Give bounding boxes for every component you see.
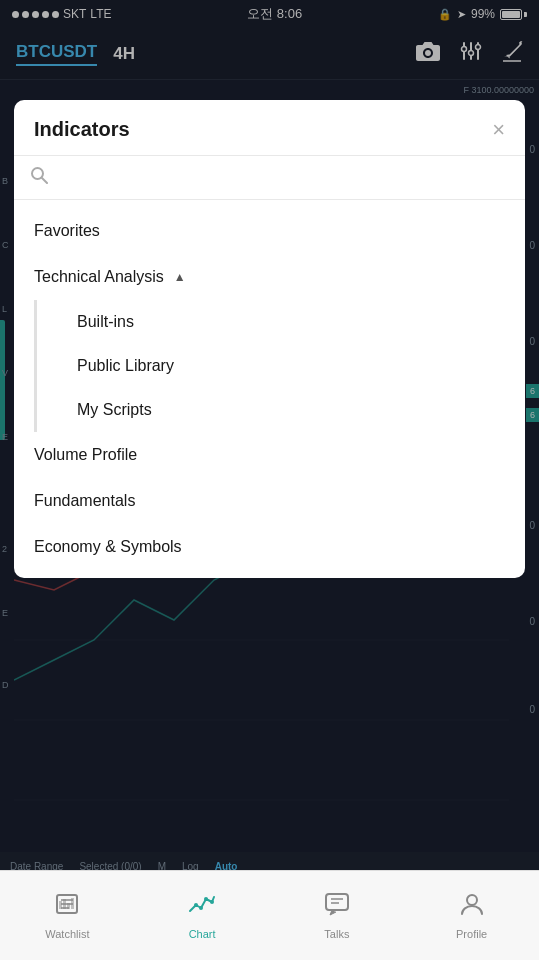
tab-bar: Watchlist Chart Talks <box>0 870 539 960</box>
svg-point-37 <box>467 895 477 905</box>
favorites-label: Favorites <box>34 222 100 240</box>
svg-rect-26 <box>59 901 62 909</box>
tab-chart[interactable]: Chart <box>135 891 270 940</box>
svg-rect-27 <box>63 899 66 909</box>
economy-symbols-label: Economy & Symbols <box>34 538 182 556</box>
modal-close-button[interactable]: × <box>492 119 505 141</box>
sub-item-public-library[interactable]: Public Library <box>34 344 525 388</box>
menu-item-volume-profile[interactable]: Volume Profile <box>14 432 525 478</box>
svg-line-21 <box>42 178 47 183</box>
volume-profile-label: Volume Profile <box>34 446 137 464</box>
modal-header: Indicators × <box>14 100 525 156</box>
watchlist-icon <box>54 891 80 924</box>
search-container <box>14 156 525 200</box>
profile-tab-label: Profile <box>456 928 487 940</box>
fundamentals-label: Fundamentals <box>34 492 135 510</box>
sub-items: Built-ins Public Library My Scripts <box>14 300 525 432</box>
tab-watchlist[interactable]: Watchlist <box>0 891 135 940</box>
menu-item-economy-symbols[interactable]: Economy & Symbols <box>14 524 525 570</box>
tab-talks[interactable]: Talks <box>270 891 405 940</box>
expand-arrow-icon: ▲ <box>174 270 186 284</box>
watchlist-tab-label: Watchlist <box>45 928 89 940</box>
talks-tab-label: Talks <box>324 928 349 940</box>
svg-rect-28 <box>67 903 70 909</box>
menu-item-fundamentals[interactable]: Fundamentals <box>14 478 525 524</box>
technical-analysis-label: Technical Analysis <box>34 268 164 286</box>
chart-tab-label: Chart <box>189 928 216 940</box>
svg-rect-34 <box>326 894 348 910</box>
modal-title: Indicators <box>34 118 130 141</box>
indicators-modal: Indicators × Favorites Technical Analysi… <box>14 100 525 578</box>
profile-icon <box>459 891 485 924</box>
svg-point-33 <box>210 900 214 904</box>
chart-icon <box>188 891 216 924</box>
sub-item-built-ins[interactable]: Built-ins <box>34 300 525 344</box>
svg-rect-29 <box>71 898 74 909</box>
svg-point-30 <box>194 903 198 907</box>
svg-point-31 <box>199 906 203 910</box>
tab-profile[interactable]: Profile <box>404 891 539 940</box>
search-icon <box>30 166 48 189</box>
menu-item-favorites[interactable]: Favorites <box>14 208 525 254</box>
menu-list: Favorites Technical Analysis ▲ Built-ins… <box>14 200 525 578</box>
menu-item-technical-analysis[interactable]: Technical Analysis ▲ <box>14 254 525 300</box>
svg-point-32 <box>204 897 208 901</box>
sub-item-my-scripts[interactable]: My Scripts <box>34 388 525 432</box>
talks-icon <box>324 891 350 924</box>
search-input[interactable] <box>58 169 509 187</box>
